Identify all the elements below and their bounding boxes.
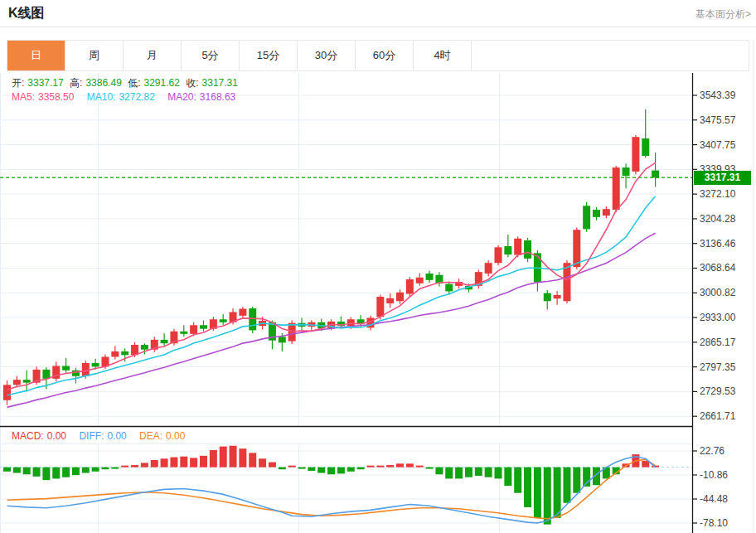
axis-tick-label: -44.48	[700, 493, 728, 505]
ma10-label: MA10:	[87, 91, 116, 103]
axis-tick-label: -78.10	[700, 517, 728, 529]
dea-value: 0.00	[166, 430, 185, 442]
diff-label: DIFF:	[79, 430, 104, 442]
diff-value: 0.00	[107, 430, 126, 442]
open-value: 3337.17	[27, 77, 63, 89]
close-value: 3317.31	[202, 77, 238, 89]
axis-tick-label: 2729.53	[700, 385, 735, 397]
axis-tick-label: 3272.10	[700, 188, 735, 200]
high-value: 3386.49	[85, 77, 121, 89]
axis-tick-label: 2933.00	[700, 312, 735, 323]
axis-tick-label: 3543.39	[700, 90, 735, 101]
axis-tick-label: 3204.28	[700, 213, 735, 225]
axis-tick-label: -10.86	[700, 469, 728, 481]
axis-tick-label: 3068.64	[700, 262, 735, 274]
ma-legend: MA5:3358.50 MA10:3272.82 MA20:3168.63	[12, 91, 239, 103]
macd-label: MACD:	[12, 430, 44, 442]
axis-tick-label: 22.76	[700, 445, 724, 457]
high-label: 高:	[70, 77, 82, 89]
macd-value: 0.00	[47, 430, 66, 442]
axis-tick-label: 3475.57	[700, 114, 735, 126]
low-value: 3291.62	[144, 77, 180, 89]
axis-tick-label: 2797.35	[700, 361, 735, 373]
ma5-label: MA5:	[12, 91, 35, 103]
ma20-value: 3168.63	[200, 91, 235, 103]
axis-tick-label: 2865.17	[700, 337, 735, 348]
close-label: 收:	[186, 77, 198, 89]
axis-tick-label: 3136.46	[700, 238, 735, 250]
ohlc-legend: 开:3337.17 高:3386.49 低:3291.62 收:3317.31	[12, 76, 241, 90]
ma5-value: 3358.50	[38, 91, 74, 103]
open-label: 开:	[12, 77, 24, 89]
axis-tick-label: 2661.71	[700, 410, 735, 422]
low-label: 低:	[128, 77, 140, 89]
kline-widget: K线图 基本面分析> 日 周 月 5分 15分 30分 60分 4时 开:333…	[0, 0, 756, 533]
axis-tick-label: 3000.82	[700, 287, 735, 298]
axis-tick-label: 3407.75	[700, 139, 735, 151]
ma20-label: MA20:	[167, 91, 196, 103]
dea-label: DEA:	[139, 430, 162, 442]
macd-legend: MACD:0.00 DIFF:0.00 DEA:0.00	[12, 430, 188, 442]
ma10-value: 3272.82	[119, 91, 154, 103]
last-price-badge: 3317.31	[694, 171, 751, 185]
